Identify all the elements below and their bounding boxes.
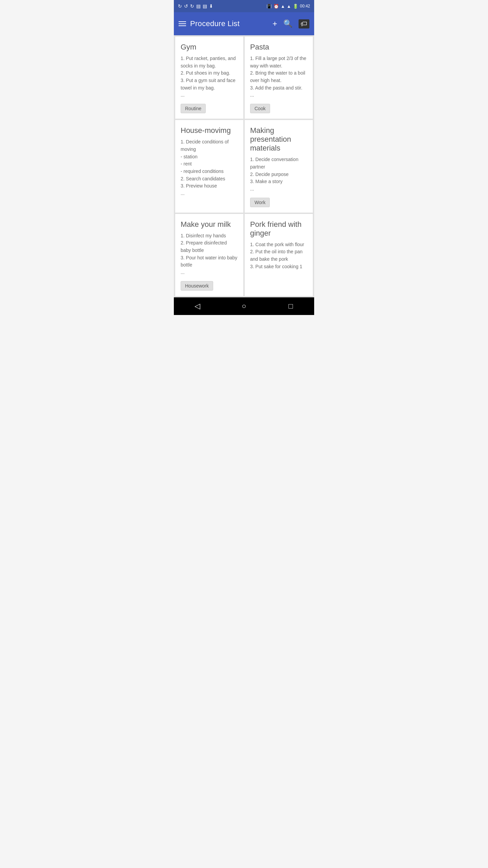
search-button[interactable]: 🔍 [283,19,292,28]
wifi-icon: ▲ [281,4,285,9]
back-icon: ◁ [195,302,200,311]
card-presentation[interactable]: Making presentation materials 1. Decide … [245,120,313,212]
toolbar-title: Procedure List [190,19,268,28]
card-presentation-body: 1. Decide conversation partner 2. Decide… [250,156,307,193]
recents-button[interactable]: □ [281,299,301,313]
card-gym-tag[interactable]: Routine [181,104,206,113]
add-button[interactable]: + [272,19,277,28]
time-display: 00:42 [300,4,310,8]
procedure-grid: Gym 1. Put racket, panties, and socks in… [174,35,314,297]
card-gym-title: Gym [181,43,238,52]
bottom-nav: ◁ ○ □ [174,297,314,315]
card-house-moving-body: 1. Decide conditions of moving - station… [181,138,238,207]
home-button[interactable]: ○ [234,299,254,313]
home-icon: ○ [242,302,246,311]
toolbar-actions: + 🔍 🏷 [272,19,309,28]
status-bar-left-icons: ↻ ↺ ↻ ▤ ▤ ⬇ [178,3,213,9]
sync-icon-1: ↻ [178,3,182,9]
card-milk-body: 1. Disinfect my hands 2. Prepare disinfe… [181,232,238,276]
menu-button[interactable] [179,21,186,26]
toolbar: Procedure List + 🔍 🏷 [174,12,314,35]
alarm-icon: ⏰ [273,4,279,9]
card-milk-tag[interactable]: Housework [181,281,213,291]
card-pasta[interactable]: Pasta 1. Fill a large pot 2/3 of the way… [245,37,313,119]
card-milk-title: Make your milk [181,220,238,229]
sync-icon-3: ↻ [190,3,194,9]
card-pork[interactable]: Pork friend with ginger 1. Coat the pork… [245,214,313,296]
card-presentation-tag[interactable]: Work [250,198,270,207]
signal-icon: ▲ [287,4,291,9]
status-bar-right-icons: 📳 ⏰ ▲ ▲ 🔋 00:42 [266,4,310,9]
card-gym-body: 1. Put racket, panties, and socks in my … [181,55,238,99]
card-pasta-body: 1. Fill a large pot 2/3 of the way with … [250,55,307,99]
card-pasta-tag[interactable]: Cook [250,104,270,113]
doc-icon-2: ▤ [203,3,207,9]
battery-icon: 🔋 [293,4,298,9]
vibrate-icon: 📳 [266,4,272,9]
card-milk[interactable]: Make your milk 1. Disinfect my hands 2. … [175,214,243,296]
card-pork-title: Pork friend with ginger [250,220,307,238]
status-bar: ↻ ↺ ↻ ▤ ▤ ⬇ 📳 ⏰ ▲ ▲ 🔋 00:42 [174,0,314,12]
card-presentation-title: Making presentation materials [250,126,307,153]
card-gym[interactable]: Gym 1. Put racket, panties, and socks in… [175,37,243,119]
download-icon: ⬇ [209,3,213,9]
card-pork-body: 1. Coat the pork with flour 2. Put the o… [250,241,307,291]
sync-icon-2: ↺ [184,3,188,9]
back-button[interactable]: ◁ [187,299,207,313]
card-house-moving[interactable]: House-movimg 1. Decide conditions of mov… [175,120,243,212]
recents-icon: □ [288,302,293,311]
label-button[interactable]: 🏷 [299,19,309,28]
doc-icon-1: ▤ [196,3,201,9]
card-house-moving-title: House-movimg [181,126,238,135]
card-pasta-title: Pasta [250,43,307,52]
